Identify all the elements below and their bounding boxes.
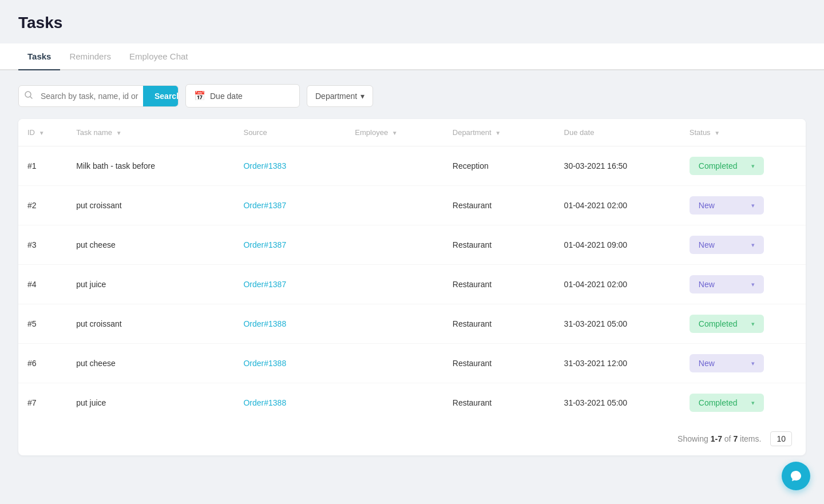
cell-department: Restaurant [443, 265, 555, 304]
source-link[interactable]: Order#1387 [243, 240, 286, 249]
cell-source: Order#1387 [234, 186, 346, 225]
total-count: 7 [733, 434, 738, 443]
cell-task-name: put juice [67, 265, 234, 304]
cell-employee [346, 304, 443, 344]
status-chevron: ▾ [751, 281, 755, 288]
status-badge[interactable]: New ▾ [690, 196, 764, 215]
table-row: #1 Milk bath - task before Order#1383 Re… [18, 146, 806, 186]
table-row: #5 put croissant Order#1388 Restaurant 3… [18, 304, 806, 344]
tab-tasks[interactable]: Tasks [18, 43, 60, 69]
status-chevron: ▾ [751, 241, 755, 249]
cell-employee [346, 146, 443, 186]
col-header-department[interactable]: Department ▼ [443, 119, 555, 146]
cell-id: #1 [18, 146, 67, 186]
col-header-task-name[interactable]: Task name ▼ [67, 119, 234, 146]
cell-department: Restaurant [443, 225, 555, 265]
sort-arrow-id: ▼ [39, 130, 45, 136]
cell-due-date: 30-03-2021 16:50 [555, 146, 680, 186]
cell-department: Restaurant [443, 186, 555, 225]
cell-employee [346, 186, 443, 225]
filters-row: Search 📅 Due date Department ▾ [18, 84, 806, 108]
page-wrapper: Tasks Tasks Reminders Employee Chat Sear… [0, 0, 824, 504]
sort-arrow-task: ▼ [116, 130, 122, 136]
cell-task-name: put cheese [67, 344, 234, 383]
cell-status: Completed ▾ [680, 146, 806, 186]
cell-due-date: 31-03-2021 05:00 [555, 304, 680, 344]
cell-department: Restaurant [443, 304, 555, 344]
chat-button[interactable] [782, 462, 810, 490]
cell-id: #6 [18, 344, 67, 383]
cell-status: Completed ▾ [680, 383, 806, 423]
department-filter[interactable]: Department ▾ [307, 85, 373, 107]
cell-employee [346, 225, 443, 265]
status-label: New [699, 201, 715, 210]
status-badge[interactable]: Completed ▾ [690, 315, 764, 333]
cell-task-name: put juice [67, 383, 234, 423]
status-badge[interactable]: Completed ▾ [690, 394, 764, 412]
cell-task-name: put cheese [67, 225, 234, 265]
cell-department: Reception [443, 146, 555, 186]
status-badge[interactable]: Completed ▾ [690, 157, 764, 175]
search-icon [19, 91, 38, 101]
status-badge[interactable]: New ▾ [690, 275, 764, 293]
tabs-container: Tasks Reminders Employee Chat [0, 43, 824, 70]
cell-due-date: 01-04-2021 09:00 [555, 225, 680, 265]
tab-reminders[interactable]: Reminders [60, 43, 120, 69]
cell-due-date: 31-03-2021 12:00 [555, 344, 680, 383]
table-row: #7 put juice Order#1388 Restaurant 31-03… [18, 383, 806, 423]
cell-source: Order#1387 [234, 225, 346, 265]
search-button[interactable]: Search [143, 86, 179, 106]
status-label: New [699, 359, 715, 368]
status-chevron: ▾ [751, 320, 755, 328]
cell-status: New ▾ [680, 344, 806, 383]
calendar-icon: 📅 [194, 90, 205, 101]
sort-arrow-employee: ▼ [392, 130, 398, 136]
cell-source: Order#1388 [234, 304, 346, 344]
source-link[interactable]: Order#1388 [243, 398, 286, 407]
status-chevron: ▾ [751, 162, 755, 170]
source-link[interactable]: Order#1383 [243, 161, 286, 170]
source-link[interactable]: Order#1388 [243, 359, 286, 368]
cell-id: #2 [18, 186, 67, 225]
status-label: New [699, 240, 715, 249]
cell-task-name: put croissant [67, 304, 234, 344]
col-header-employee[interactable]: Employee ▼ [346, 119, 443, 146]
tab-employee-chat[interactable]: Employee Chat [120, 43, 197, 69]
status-label: Completed [699, 398, 738, 407]
cell-source: Order#1388 [234, 383, 346, 423]
col-header-due-date: Due date [555, 119, 680, 146]
cell-id: #7 [18, 383, 67, 423]
status-chevron: ▾ [751, 202, 755, 209]
showing-label: Showing 1-7 of 7 items. [678, 434, 761, 443]
col-header-id[interactable]: ID ▼ [18, 119, 67, 146]
tasks-table-container: ID ▼ Task name ▼ Source Employee ▼ Depar… [18, 119, 806, 455]
status-label: New [699, 280, 715, 289]
cell-source: Order#1383 [234, 146, 346, 186]
cell-source: Order#1388 [234, 344, 346, 383]
status-badge[interactable]: New ▾ [690, 354, 764, 372]
search-input[interactable] [38, 86, 143, 106]
cell-due-date: 31-03-2021 05:00 [555, 383, 680, 423]
col-header-source: Source [234, 119, 346, 146]
cell-id: #3 [18, 225, 67, 265]
cell-employee [346, 344, 443, 383]
cell-department: Restaurant [443, 344, 555, 383]
cell-status: New ▾ [680, 265, 806, 304]
cell-status: Completed ▾ [680, 304, 806, 344]
per-page-selector[interactable]: 10 [770, 431, 792, 446]
status-badge[interactable]: New ▾ [690, 236, 764, 254]
tasks-table: ID ▼ Task name ▼ Source Employee ▼ Depar… [18, 119, 806, 422]
due-date-filter[interactable]: 📅 Due date [185, 84, 300, 108]
svg-line-1 [30, 97, 32, 98]
cell-status: New ▾ [680, 225, 806, 265]
sort-arrow-status: ▼ [714, 130, 720, 136]
source-link[interactable]: Order#1388 [243, 319, 286, 328]
cell-source: Order#1387 [234, 265, 346, 304]
table-footer: Showing 1-7 of 7 items. 10 [18, 422, 806, 455]
cell-id: #5 [18, 304, 67, 344]
source-link[interactable]: Order#1387 [243, 280, 286, 289]
cell-status: New ▾ [680, 186, 806, 225]
source-link[interactable]: Order#1387 [243, 201, 286, 210]
status-chevron: ▾ [751, 360, 755, 367]
col-header-status[interactable]: Status ▼ [680, 119, 806, 146]
